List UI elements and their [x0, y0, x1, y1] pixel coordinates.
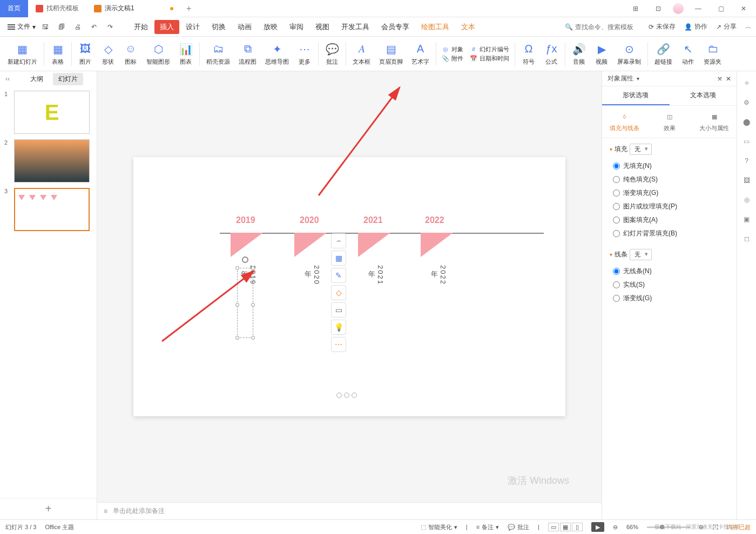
apps-icon[interactable]: ⊡ [650, 1, 666, 16]
picture-button[interactable]: 🖼图片 [74, 41, 97, 67]
table-button[interactable]: ▦表格 [46, 41, 69, 67]
resize-handle[interactable] [235, 266, 239, 270]
smart-button[interactable]: ⬡智能图形 [142, 41, 174, 67]
radio-line-solid[interactable]: 实线(S) [613, 280, 729, 289]
resize-handle[interactable] [235, 303, 239, 307]
flowchart-button[interactable]: ⧉流程图 [234, 41, 261, 67]
float-edit[interactable]: ✎ [331, 268, 346, 283]
undo-icon[interactable]: ↶ [89, 22, 99, 32]
mindmap-button[interactable]: ✦思维导图 [261, 41, 293, 67]
radio-line-gradient[interactable]: 渐变线(G) [613, 294, 729, 303]
float-more[interactable]: ⋯ [331, 337, 346, 352]
tab-text-options[interactable]: 文本选项 [670, 86, 737, 105]
triangle-shape[interactable] [421, 233, 453, 257]
equation-button[interactable]: ƒx公式 [540, 41, 563, 67]
save-icon[interactable]: 🖫 [40, 22, 51, 32]
float-text[interactable]: ▭ [331, 302, 346, 317]
radio-fill-pattern[interactable]: 图案填充(A) [613, 215, 729, 225]
add-slide-button[interactable]: + [0, 498, 97, 519]
search-input[interactable] [575, 23, 640, 31]
tab-review[interactable]: 审阅 [284, 20, 309, 34]
chevron-down-icon[interactable]: ▾ [637, 76, 639, 82]
maximize-button[interactable]: ▢ [713, 1, 729, 16]
tab-member[interactable]: 会员专享 [376, 20, 415, 34]
zoom-out-icon[interactable]: ⊖ [613, 524, 618, 531]
resize-handle[interactable] [251, 266, 255, 270]
notes-bar[interactable]: ≡ 单击此处添加备注 [97, 502, 602, 519]
subtab-size[interactable]: ▦大小与属性 [692, 111, 737, 132]
strip-settings-icon[interactable]: ⚙ [741, 97, 752, 108]
search-box[interactable]: 🔍 [565, 23, 640, 31]
collapse-ribbon-icon[interactable]: ︿ [745, 22, 752, 31]
radio-fill-bg[interactable]: 幻灯片背景填充(B) [613, 229, 729, 238]
float-collapse[interactable]: − [331, 233, 346, 248]
tab-home[interactable]: 首页 [0, 0, 28, 17]
triangle-shape[interactable] [358, 233, 390, 257]
resize-handle[interactable] [235, 336, 239, 340]
subtab-effect[interactable]: ◫效果 [647, 111, 692, 132]
zoom-in-icon[interactable]: ⊕ [699, 524, 704, 531]
slides-tab[interactable]: 幻灯片 [53, 73, 83, 85]
video-button[interactable]: ▶视频 [590, 41, 613, 67]
tab-transition[interactable]: 切换 [206, 20, 231, 34]
outline-tab[interactable]: 大纲 [25, 73, 49, 85]
textbox-button[interactable]: 𝐴文本框 [348, 41, 375, 67]
tab-add-button[interactable]: + [181, 4, 197, 13]
pin-icon[interactable]: ⤧ [717, 75, 723, 83]
triangle-shape[interactable] [231, 233, 263, 257]
collapse-icon[interactable]: ▾ [610, 146, 612, 152]
datetime-button[interactable]: 📅日期和时间 [470, 55, 509, 63]
view-sorter-icon[interactable]: ▦ [560, 523, 571, 531]
radio-fill-solid[interactable]: 纯色填充(S) [613, 175, 729, 184]
float-idea[interactable]: 💡 [331, 320, 346, 335]
fill-select[interactable]: 无 [630, 144, 652, 155]
tab-text[interactable]: 文本 [456, 20, 481, 34]
collapse-icon[interactable]: ▾ [610, 252, 612, 258]
strip-location-icon[interactable]: ◎ [741, 194, 752, 205]
tab-start[interactable]: 开始 [129, 20, 153, 34]
strip-design-icon[interactable]: ✧ [741, 78, 752, 89]
action-button[interactable]: ↖动作 [677, 41, 699, 67]
slide-canvas[interactable]: 2019 2020 2021 2022 2019年 2020年 2021年 20… [133, 157, 565, 416]
tab-document[interactable]: 演示文稿1 [86, 0, 181, 17]
unsaved-button[interactable]: ⟳未保存 [649, 22, 676, 31]
tab-slideshow[interactable]: 放映 [258, 20, 283, 34]
comment-button[interactable]: 💬批注 [321, 41, 343, 67]
comment-toggle[interactable]: 💬 批注 [508, 523, 529, 531]
collapse-panel-icon[interactable]: ‹‹ [5, 75, 10, 83]
hyperlink-button[interactable]: 🔗超链接 [650, 41, 677, 67]
zoom-slider[interactable] [647, 526, 690, 528]
strip-help-icon[interactable]: ? [741, 156, 752, 166]
icon-button[interactable]: ☺图标 [119, 41, 142, 67]
strip-star-icon[interactable]: ⬤ [741, 117, 752, 127]
redo-icon[interactable]: ↷ [105, 22, 116, 32]
tab-shape-options[interactable]: 形状选项 [602, 86, 670, 105]
strip-cube-icon[interactable]: ◻ [741, 233, 752, 244]
close-button[interactable]: ✕ [735, 1, 752, 16]
tab-drawtools[interactable]: 绘图工具 [416, 20, 455, 34]
shape-button[interactable]: ◇形状 [97, 41, 119, 67]
tab-view[interactable]: 视图 [310, 20, 335, 34]
view-reading-icon[interactable]: ▯ [572, 523, 583, 531]
audio-button[interactable]: 🔊音频 [568, 41, 590, 67]
docer-button[interactable]: 🗂稻壳资源 [202, 41, 234, 67]
strip-template-icon[interactable]: ▭ [741, 136, 752, 147]
resource-button[interactable]: 🗀资源夹 [699, 41, 726, 67]
tab-animation[interactable]: 动画 [232, 20, 257, 34]
notes-toggle[interactable]: ≡ 备注 ▾ [476, 523, 499, 531]
float-layers[interactable]: ▦ [331, 251, 346, 266]
radio-fill-none[interactable]: 无填充(N) [613, 161, 729, 171]
share-button[interactable]: ↗分享 [716, 22, 737, 31]
close-panel-icon[interactable]: ✕ [726, 75, 731, 83]
symbol-button[interactable]: Ω符号 [517, 41, 540, 67]
strip-tool-icon[interactable]: ▣ [741, 214, 752, 225]
tab-devtools[interactable]: 开发工具 [336, 20, 375, 34]
beautify-button[interactable]: ⬚智能美化 ▾ [421, 523, 457, 531]
print-preview-icon[interactable]: 🗐 [56, 22, 67, 32]
strip-image-icon[interactable]: 🖼 [741, 175, 752, 186]
tab-design[interactable]: 设计 [180, 20, 205, 34]
more-button[interactable]: ⋯更多 [293, 41, 316, 67]
minimize-button[interactable]: — [690, 1, 706, 16]
triangle-shape[interactable] [294, 233, 327, 257]
radio-fill-gradient[interactable]: 渐变填充(G) [613, 188, 729, 198]
